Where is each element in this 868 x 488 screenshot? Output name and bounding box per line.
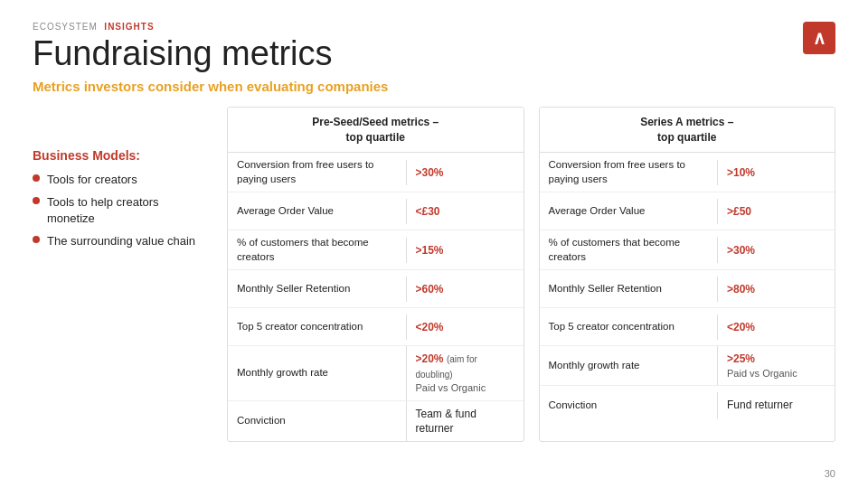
row-value: >30%	[717, 238, 835, 263]
table-row: % of customers that become creators >15%	[228, 230, 524, 270]
row-label: Top 5 creator concentration	[540, 314, 718, 340]
table-row: Conviction Fund returner	[540, 386, 835, 424]
table-row: Conversion from free users to paying use…	[540, 153, 835, 192]
row-label: % of customers that become creators	[540, 230, 718, 269]
insights-text: INSIGHTS	[104, 22, 154, 32]
row-value: Fund returner	[717, 392, 835, 418]
row-label: Monthly Seller Retention	[228, 277, 406, 302]
table-row: Top 5 creator concentration <20%	[540, 308, 835, 346]
table-row: Conversion from free users to paying use…	[228, 153, 524, 192]
table-row: Monthly Seller Retention >80%	[540, 270, 835, 308]
bullet-text: The surrounding value chain	[47, 233, 195, 249]
subtitle: Metrics investors consider when evaluati…	[33, 79, 835, 94]
list-item: The surrounding value chain	[33, 233, 209, 249]
table-row: Monthly Seller Retention >60%	[228, 270, 524, 308]
row-label: Average Order Value	[228, 199, 406, 224]
bullet-icon	[33, 174, 40, 182]
page-title: Fundraising metrics	[33, 35, 835, 73]
row-value-primary: >20%	[416, 352, 444, 365]
row-label: Conversion from free users to paying use…	[228, 153, 406, 192]
row-value: >80%	[717, 277, 835, 302]
row-value: Team & fund returner	[406, 401, 524, 441]
row-value: >60%	[406, 277, 524, 302]
table-row: Monthly growth rate >20% (aim for doubli…	[228, 346, 524, 400]
page: ∧ ECOSYSTEM INSIGHTS Fundraising metrics…	[0, 0, 868, 488]
row-value: >15%	[406, 238, 524, 263]
table-row: Average Order Value >£50	[540, 192, 835, 230]
row-value: >10%	[717, 160, 835, 185]
row-value: >25% Paid vs Organic	[717, 346, 835, 385]
row-value-primary: >25%	[727, 352, 755, 365]
row-value-sub: Paid vs Organic	[416, 381, 514, 395]
pre-seed-header: Pre-Seed/Seed metrics –top quartile	[228, 108, 524, 154]
bullet-icon	[33, 236, 40, 243]
page-number: 30	[825, 468, 835, 479]
row-value: >30%	[406, 160, 524, 185]
row-label: Conversion from free users to paying use…	[540, 153, 718, 192]
left-panel: Business Models: Tools for creators Tool…	[33, 107, 209, 442]
pre-seed-table: Pre-Seed/Seed metrics –top quartile Conv…	[227, 107, 524, 442]
ecosystem-label: ECOSYSTEM INSIGHTS	[33, 22, 835, 32]
table-row: Average Order Value <£30	[228, 192, 524, 230]
content-area: Business Models: Tools for creators Tool…	[33, 107, 835, 442]
row-value: <£30	[406, 199, 524, 224]
bullet-text: Tools to help creators monetize	[47, 194, 209, 226]
table-row: Monthly growth rate >25% Paid vs Organic	[540, 346, 835, 386]
row-value: <20%	[717, 314, 835, 340]
bullet-text: Tools for creators	[47, 172, 137, 188]
table-row: % of customers that become creators >30%	[540, 230, 835, 270]
row-label: Top 5 creator concentration	[228, 314, 406, 340]
logo-letter: ∧	[813, 27, 826, 49]
row-value: >20% (aim for doubling) Paid vs Organic	[406, 346, 524, 399]
row-value: >£50	[717, 199, 835, 224]
bullet-list: Tools for creators Tools to help creator…	[33, 172, 209, 249]
table-row: Top 5 creator concentration <20%	[228, 308, 524, 346]
series-a-table: Series A metrics –top quartile Conversio…	[539, 107, 836, 442]
row-label: Monthly Seller Retention	[540, 277, 718, 302]
row-label: Monthly growth rate	[540, 353, 718, 379]
ecosystem-text: ECOSYSTEM	[33, 22, 98, 32]
business-models-title: Business Models:	[33, 148, 209, 163]
bullet-icon	[33, 197, 40, 204]
row-value: <20%	[406, 314, 524, 340]
logo-box: ∧	[803, 22, 835, 54]
row-label: Conviction	[228, 408, 406, 434]
row-label: Monthly growth rate	[228, 361, 406, 386]
row-label: % of customers that become creators	[228, 230, 406, 269]
tables-area: Pre-Seed/Seed metrics –top quartile Conv…	[227, 107, 835, 442]
list-item: Tools for creators	[33, 172, 209, 188]
series-a-header: Series A metrics –top quartile	[540, 108, 835, 154]
row-label: Conviction	[540, 393, 718, 418]
table-row: Conviction Team & fund returner	[228, 401, 524, 441]
row-label: Average Order Value	[540, 199, 718, 224]
list-item: Tools to help creators monetize	[33, 194, 209, 226]
row-value-sub: Paid vs Organic	[727, 367, 826, 380]
